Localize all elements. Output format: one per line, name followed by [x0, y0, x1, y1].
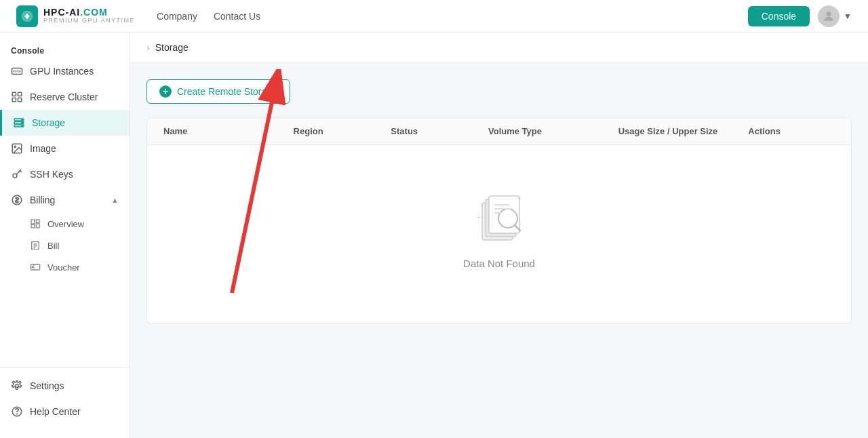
svg-rect-25: [31, 220, 35, 224]
image-icon: [11, 142, 23, 155]
sidebar-item-storage[interactable]: Storage: [0, 110, 130, 136]
console-button[interactable]: Console: [748, 6, 810, 26]
breadcrumb-storage: Storage: [155, 42, 189, 53]
col-status: Status: [385, 118, 483, 144]
sidebar-label-bill: Bill: [47, 241, 59, 251]
sidebar-label-image: Image: [30, 143, 56, 154]
gear-icon: [11, 380, 23, 392]
sidebar-item-ssh-keys[interactable]: SSH Keys: [0, 161, 130, 187]
sidebar-item-overview[interactable]: Overview: [0, 213, 130, 235]
avatar: [818, 5, 840, 27]
table-empty-state: + + · Data Not Found: [147, 145, 851, 323]
breadcrumb: › Storage: [130, 33, 868, 63]
col-region: Region: [288, 118, 386, 144]
user-area[interactable]: ▼: [818, 5, 852, 27]
svg-rect-7: [12, 92, 16, 96]
svg-rect-26: [36, 224, 39, 228]
svg-point-1: [827, 12, 831, 16]
plus-icon: +: [159, 85, 172, 98]
voucher-icon: [30, 262, 41, 273]
svg-text:+: +: [517, 195, 521, 202]
sidebar-item-bill[interactable]: Bill: [0, 235, 130, 256]
svg-point-34: [32, 266, 33, 268]
gpu-icon: [11, 65, 23, 77]
storage-icon: [13, 117, 25, 129]
sidebar-item-help[interactable]: Help Center: [0, 399, 130, 424]
sidebar-label-reserve: Reserve Cluster: [30, 92, 98, 102]
svg-point-37: [17, 414, 18, 414]
empty-icon: + + ·: [469, 186, 530, 247]
svg-rect-9: [12, 98, 16, 102]
content-body: + Create Remote Storage Name Region Stat…: [130, 63, 868, 438]
create-button-label: Create Remote Storage: [177, 86, 277, 97]
sidebar-label-overview: Overview: [47, 219, 84, 229]
sidebar-label-voucher: Voucher: [47, 262, 80, 273]
nav-link-contact[interactable]: Contact Us: [214, 11, 260, 22]
table-header: Name Region Status Volume Type Usage Siz…: [147, 118, 851, 145]
create-remote-storage-button[interactable]: + Create Remote Storage: [146, 79, 290, 104]
sidebar-label-gpu: GPU Instances: [30, 66, 94, 77]
svg-point-16: [22, 125, 23, 127]
sidebar: Console GPU Instances Reserve C: [0, 33, 130, 438]
nav-link-company[interactable]: Company: [157, 11, 197, 22]
svg-rect-8: [18, 92, 22, 96]
topnav-right: Console ▼: [748, 5, 852, 27]
sidebar-item-voucher[interactable]: Voucher: [0, 256, 130, 278]
sidebar-item-image[interactable]: Image: [0, 136, 130, 161]
sidebar-label-ssh: SSH Keys: [30, 169, 73, 180]
logo-text: HPC-AI.COM PREMIUM GPU ANYTIME: [43, 7, 135, 24]
sidebar-label-help: Help Center: [30, 406, 81, 417]
sidebar-title: Console: [0, 41, 130, 58]
billing-chevron-icon: ▲: [111, 196, 119, 204]
svg-rect-10: [18, 98, 22, 102]
svg-rect-28: [31, 224, 35, 228]
svg-point-18: [14, 146, 16, 147]
svg-text:·: ·: [519, 220, 521, 228]
col-volume-type: Volume Type: [483, 118, 613, 144]
sidebar-item-gpu-instances[interactable]: GPU Instances: [0, 58, 130, 84]
svg-text:+: +: [477, 214, 481, 221]
help-icon: [11, 405, 23, 418]
col-usage-size: Usage Size / Upper Size: [613, 118, 743, 144]
svg-point-14: [22, 119, 23, 121]
topnav: HPC-AI.COM PREMIUM GPU ANYTIME Company C…: [0, 0, 868, 33]
key-icon: [11, 168, 23, 180]
svg-line-21: [20, 171, 22, 172]
billing-toggle: Billing ▲: [30, 195, 119, 205]
user-chevron-icon: ▼: [844, 12, 852, 21]
svg-rect-27: [36, 220, 39, 223]
breadcrumb-chevron-icon: ›: [146, 42, 150, 53]
content-area: › Storage + Create Remote Storage Name R…: [130, 33, 868, 438]
sidebar-item-settings[interactable]: Settings: [0, 373, 130, 399]
sidebar-bottom: Settings Help Center: [0, 367, 130, 430]
cluster-icon: [11, 91, 23, 103]
col-actions: Actions: [743, 118, 840, 144]
sidebar-item-reserve-cluster[interactable]: Reserve Cluster: [0, 84, 130, 110]
svg-point-15: [22, 122, 23, 123]
sidebar-label-billing: Billing: [30, 195, 55, 205]
logo: HPC-AI.COM PREMIUM GPU ANYTIME: [16, 5, 135, 27]
svg-line-22: [18, 171, 20, 172]
svg-point-19: [13, 174, 17, 178]
billing-icon: [11, 194, 23, 206]
sidebar-label-storage: Storage: [32, 117, 65, 128]
overview-icon: [30, 218, 41, 229]
logo-icon: [16, 5, 38, 27]
sidebar-label-settings: Settings: [30, 380, 64, 391]
nav-links: Company Contact Us: [157, 11, 260, 22]
main-layout: Console GPU Instances Reserve C: [0, 33, 868, 438]
col-name: Name: [158, 118, 288, 144]
topnav-left: HPC-AI.COM PREMIUM GPU ANYTIME Company C…: [16, 5, 260, 27]
bill-icon: [30, 240, 41, 251]
storage-table: Name Region Status Volume Type Usage Siz…: [146, 117, 852, 324]
sidebar-spacer: [0, 278, 130, 367]
sidebar-item-billing[interactable]: Billing ▲: [0, 187, 130, 213]
empty-text: Data Not Found: [463, 258, 535, 269]
